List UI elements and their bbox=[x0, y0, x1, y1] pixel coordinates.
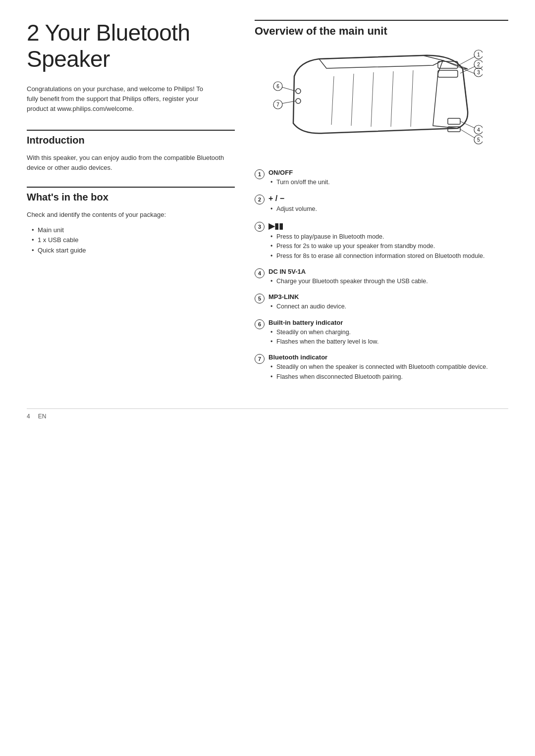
svg-line-11 bbox=[460, 56, 475, 64]
svg-point-7 bbox=[296, 89, 301, 94]
svg-point-8 bbox=[296, 99, 301, 103]
list-item: 1 x USB cable bbox=[32, 235, 235, 246]
introduction-section: Introduction With this speaker, you can … bbox=[27, 130, 235, 173]
item-4-label: DC IN 5V-1A bbox=[268, 268, 508, 275]
item-1-label: ON/OFF bbox=[268, 169, 508, 176]
item-6-bullet-1: Steadily on when charging. bbox=[270, 328, 508, 337]
item-3-bullets: Press to play/pause in Bluetooth mode. P… bbox=[268, 232, 508, 261]
svg-text:6: 6 bbox=[276, 84, 279, 89]
overview-item-4: 4 DC IN 5V-1A Charge your Bluetooth spea… bbox=[255, 268, 508, 286]
chapter-number: 2 bbox=[27, 20, 39, 46]
item-4-bullet-1: Charge your Bluetooth speaker through th… bbox=[270, 277, 508, 286]
svg-text:4: 4 bbox=[477, 127, 480, 133]
item-3-content: ▶▮▮ Press to play/pause in Bluetooth mod… bbox=[268, 221, 508, 261]
left-column: 2 Your BluetoothSpeaker Congratulations … bbox=[27, 20, 235, 256]
item-number-5: 5 bbox=[255, 294, 265, 303]
overview-item-3: 3 ▶▮▮ Press to play/pause in Bluetooth m… bbox=[255, 221, 508, 261]
item-5-bullets: Connect an audio device. bbox=[268, 302, 508, 311]
svg-line-0 bbox=[331, 76, 334, 125]
item-1-bullet-1: Turn on/off the unit. bbox=[270, 178, 508, 187]
svg-line-3 bbox=[391, 71, 393, 127]
speaker-diagram: 1 2 3 4 5 6 bbox=[255, 47, 508, 157]
svg-line-4 bbox=[411, 70, 413, 127]
overview-items-list: 1 ON/OFF Turn on/off the unit. 2 + / − A… bbox=[255, 169, 508, 382]
item-5-label: MP3-LINK bbox=[268, 293, 508, 301]
item-number-7: 7 bbox=[255, 354, 265, 364]
svg-text:5: 5 bbox=[477, 137, 480, 143]
item-3-bullet-1: Press to play/pause in Bluetooth mode. bbox=[270, 232, 508, 242]
item-7-bullets: Steadily on when the speaker is connecte… bbox=[268, 362, 508, 382]
item-2-label: + / − bbox=[268, 194, 508, 203]
list-item: Quick start guide bbox=[32, 246, 235, 256]
item-4-bullets: Charge your Bluetooth speaker through th… bbox=[268, 277, 508, 286]
svg-text:3: 3 bbox=[477, 70, 480, 75]
item-number-6: 6 bbox=[255, 319, 265, 329]
whats-in-box-section: What's in the box Check and identify the… bbox=[27, 187, 235, 256]
language-indicator: EN bbox=[38, 413, 47, 420]
page-footer: 4 EN bbox=[27, 408, 508, 420]
item-1-bullets: Turn on/off the unit. bbox=[268, 178, 508, 187]
item-3-bullet-3: Press for 8s to erase all connection inf… bbox=[270, 252, 508, 261]
item-7-bullet-2: Flashes when disconnected Bluetooth pair… bbox=[270, 372, 508, 382]
item-6-bullets: Steadily on when charging. Flashes when … bbox=[268, 328, 508, 347]
overview-item-6: 6 Built-in battery indicator Steadily on… bbox=[255, 319, 508, 347]
introduction-text: With this speaker, you can enjoy audio f… bbox=[27, 153, 235, 173]
svg-rect-6 bbox=[438, 70, 458, 77]
chapter-title-text: Your BluetoothSpeaker bbox=[27, 20, 190, 72]
item-number-1: 1 bbox=[255, 169, 265, 179]
whats-in-box-text: Check and identify the contents of your … bbox=[27, 210, 235, 220]
overview-item-2: 2 + / − Adjust volume. bbox=[255, 194, 508, 214]
item-7-content: Bluetooth indicator Steadily on when the… bbox=[268, 353, 508, 382]
item-6-label: Built-in battery indicator bbox=[268, 319, 508, 326]
introduction-title: Introduction bbox=[27, 130, 235, 146]
svg-line-1 bbox=[351, 74, 354, 126]
overview-item-1: 1 ON/OFF Turn on/off the unit. bbox=[255, 169, 508, 187]
item-number-4: 4 bbox=[255, 268, 265, 278]
svg-line-23 bbox=[460, 129, 475, 138]
right-column: Overview of the main unit bbox=[255, 20, 508, 389]
intro-paragraph: Congratulations on your purchase, and we… bbox=[27, 84, 215, 114]
page-layout: 2 Your BluetoothSpeaker Congratulations … bbox=[27, 20, 508, 389]
page-number: 4 bbox=[27, 413, 30, 420]
item-2-content: + / − Adjust volume. bbox=[268, 194, 508, 214]
item-6-content: Built-in battery indicator Steadily on w… bbox=[268, 319, 508, 347]
overview-item-7: 7 Bluetooth indicator Steadily on when t… bbox=[255, 353, 508, 382]
svg-text:7: 7 bbox=[276, 102, 279, 107]
svg-line-17 bbox=[443, 60, 475, 74]
whats-in-box-title: What's in the box bbox=[27, 187, 235, 203]
item-1-content: ON/OFF Turn on/off the unit. bbox=[268, 169, 508, 187]
list-item: Main unit bbox=[32, 225, 235, 236]
item-number-2: 2 bbox=[255, 195, 265, 204]
item-6-bullet-2: Flashes when the battery level is low. bbox=[270, 337, 508, 347]
item-5-bullet-1: Connect an audio device. bbox=[270, 302, 508, 311]
overview-title: Overview of the main unit bbox=[255, 20, 508, 38]
item-number-3: 3 bbox=[255, 222, 265, 232]
item-3-bullet-2: Press for 2s to wake up your speaker fro… bbox=[270, 242, 508, 251]
svg-text:2: 2 bbox=[477, 62, 480, 67]
svg-line-2 bbox=[371, 72, 374, 127]
chapter-title: 2 Your BluetoothSpeaker bbox=[27, 20, 235, 72]
item-7-bullet-1: Steadily on when the speaker is connecte… bbox=[270, 362, 508, 372]
item-2-bullet-1: Adjust volume. bbox=[270, 204, 508, 214]
overview-item-5: 5 MP3-LINK Connect an audio device. bbox=[255, 293, 508, 311]
item-3-label: ▶▮▮ bbox=[268, 221, 508, 231]
svg-text:1: 1 bbox=[477, 52, 480, 57]
svg-rect-9 bbox=[448, 118, 460, 124]
item-7-label: Bluetooth indicator bbox=[268, 353, 508, 361]
item-4-content: DC IN 5V-1A Charge your Bluetooth speake… bbox=[268, 268, 508, 286]
item-2-bullets: Adjust volume. bbox=[268, 204, 508, 214]
whats-in-box-list: Main unit 1 x USB cable Quick start guid… bbox=[27, 225, 235, 256]
item-5-content: MP3-LINK Connect an audio device. bbox=[268, 293, 508, 311]
